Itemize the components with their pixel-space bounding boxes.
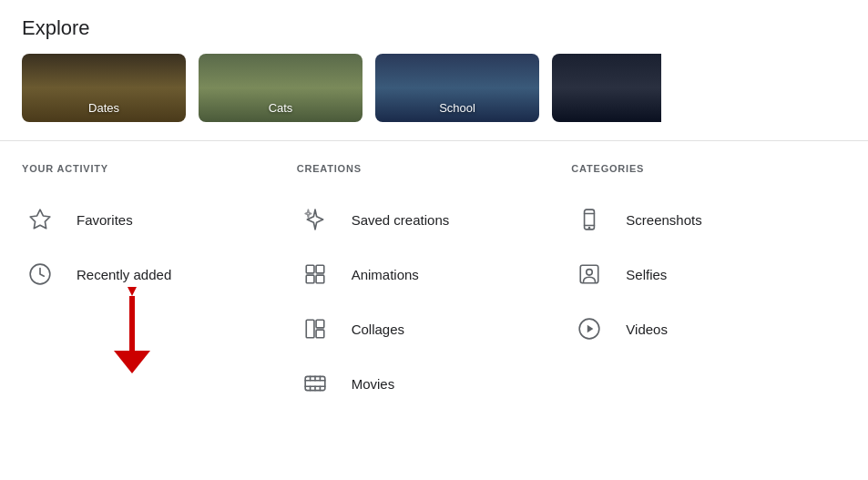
svg-rect-5 [316, 275, 324, 283]
thumbnail-label: Cats [269, 101, 293, 115]
svg-rect-2 [306, 265, 314, 273]
svg-rect-3 [316, 265, 324, 273]
movies-item[interactable]: Movies [297, 356, 572, 411]
your-activity-header: YOUR ACTIVITY [22, 163, 297, 174]
star-icon [22, 201, 58, 238]
thumbnail-cats[interactable]: Cats [199, 54, 363, 122]
thumbnail-label: Dates [88, 101, 119, 115]
svg-marker-0 [30, 209, 50, 229]
arrow-annotation [105, 287, 178, 400]
svg-marker-28 [114, 351, 150, 373]
selfies-item[interactable]: Selfies [571, 247, 846, 301]
svg-rect-8 [316, 330, 324, 338]
svg-rect-6 [306, 320, 314, 338]
collages-label: Collages [352, 322, 404, 337]
animations-label: Animations [352, 267, 419, 282]
thumbnail-dates[interactable]: Dates [22, 54, 186, 122]
favorites-item[interactable]: Favorites [22, 192, 297, 247]
movies-icon [297, 365, 333, 402]
collages-item[interactable]: Collages [297, 301, 572, 356]
videos-label: Videos [626, 322, 668, 337]
svg-rect-4 [306, 275, 314, 283]
svg-marker-26 [128, 287, 137, 296]
video-icon [571, 311, 608, 347]
collages-icon [297, 311, 333, 347]
selfies-label: Selfies [626, 267, 667, 282]
thumbnail-school[interactable]: School [375, 54, 539, 122]
creations-header: CREATIONS [297, 163, 572, 174]
svg-rect-27 [129, 296, 135, 351]
screenshots-label: Screenshots [626, 212, 701, 228]
thumbnail-extra[interactable] [552, 54, 661, 122]
svg-point-21 [589, 228, 590, 229]
svg-marker-25 [587, 325, 594, 333]
categories-header: CATEGORIES [571, 163, 846, 174]
thumbnail-label: School [439, 101, 475, 115]
creations-column: CREATIONS Saved creations Animations [297, 163, 572, 411]
saved-creations-label: Saved creations [352, 212, 450, 228]
screenshots-item[interactable]: Screenshots [571, 192, 846, 247]
page-title: Explore [0, 0, 868, 49]
svg-point-23 [587, 270, 593, 276]
phone-icon [571, 201, 608, 238]
favorites-label: Favorites [77, 212, 133, 228]
svg-rect-7 [316, 320, 324, 328]
section-divider [0, 140, 868, 141]
clock-icon [22, 256, 58, 292]
videos-item[interactable]: Videos [571, 301, 846, 356]
thumbnail-strip: Dates Cats School [0, 49, 868, 122]
animations-item[interactable]: Animations [297, 247, 572, 301]
movies-label: Movies [352, 376, 395, 392]
svg-rect-18 [585, 209, 595, 230]
categories-column: CATEGORIES Screenshots Selfies [571, 163, 846, 411]
selfie-icon [571, 256, 608, 292]
saved-creations-item[interactable]: Saved creations [297, 192, 572, 247]
recently-added-label: Recently added [77, 267, 171, 282]
sparkle-icon [297, 201, 333, 238]
animations-icon [297, 256, 333, 292]
